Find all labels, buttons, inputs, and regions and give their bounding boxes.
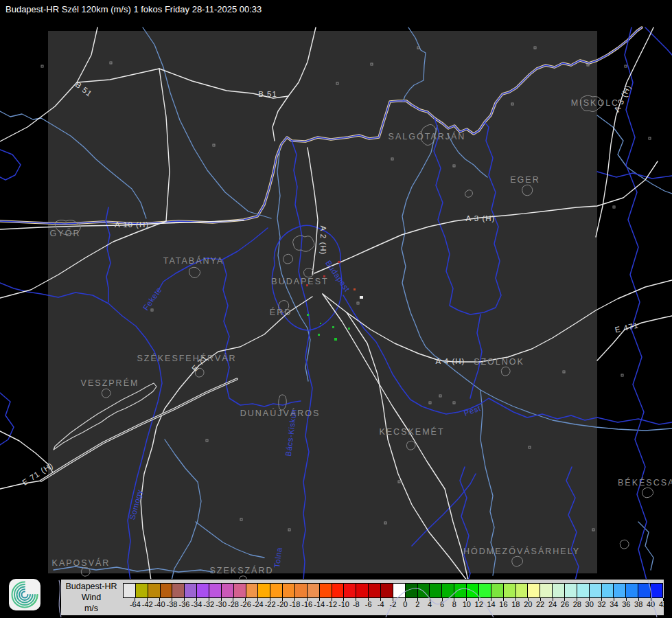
legend-tick-label: 10 — [463, 600, 471, 608]
legend-tick-label: 12 — [475, 600, 483, 608]
legend-cell — [417, 583, 430, 598]
legend-tick-label: 32 — [597, 600, 605, 608]
legend-cell — [454, 583, 466, 598]
weather-map-app: GYŐRSALGÓTARJÁNMISKOLCEGERTATABÁNYABUDAP… — [0, 0, 672, 618]
radar-echo-dot — [338, 261, 340, 263]
legend-cell — [380, 583, 393, 598]
legend-tick-label: 6 — [440, 600, 444, 608]
city-label: KAPOSVÁR — [52, 558, 111, 568]
legend-cell — [613, 583, 625, 598]
radar-echo-dot — [348, 328, 350, 330]
legend-tick-label: -64 — [130, 600, 141, 608]
legend-cell — [625, 583, 638, 598]
map-labels-layer: GYŐRSALGÓTARJÁNMISKOLCEGERTATABÁNYABUDAP… — [0, 0, 672, 618]
legend-cell — [491, 583, 503, 598]
legend-cell — [441, 583, 454, 598]
legend-tick-label: -40 — [154, 600, 165, 608]
city-label: VESZPRÉM — [81, 378, 139, 388]
legend-cell — [172, 583, 184, 598]
legend-tick-label: -14 — [314, 600, 325, 608]
legend-tick-label: -8 — [353, 600, 360, 608]
legend-cell — [123, 583, 135, 598]
legend-cell — [577, 583, 589, 598]
legend-cell — [257, 583, 270, 598]
legend-cell — [294, 583, 307, 598]
legend-tick-label: -12 — [326, 600, 337, 608]
radar-echo-dot — [334, 338, 337, 341]
legend-tick-label: -4 — [378, 600, 384, 608]
city-label: SZOLNOK — [474, 357, 524, 367]
legend-tick-label: -6 — [365, 600, 372, 608]
legend-cell — [650, 583, 662, 598]
legend-tick-label: 18 — [511, 600, 520, 608]
region-label: Tolna — [273, 547, 283, 568]
legend-cell — [503, 583, 515, 598]
legend-cell — [196, 583, 209, 598]
legend-tick-label: -10 — [338, 600, 349, 608]
legend-tick-label: -24 — [253, 600, 264, 608]
legend-cell — [638, 583, 650, 598]
region-label: Somogy — [128, 489, 143, 521]
legend-tick-label: 20 — [524, 600, 532, 608]
legend-cell — [429, 583, 441, 598]
city-label: TATABÁNYA — [163, 256, 224, 266]
app-logo-icon — [9, 579, 40, 610]
radar-echo-dot — [354, 288, 356, 290]
legend-cell — [368, 583, 380, 598]
legend-cell — [270, 583, 282, 598]
road-label: A 4 (H) — [436, 357, 465, 365]
radar-echo-dot — [360, 296, 363, 299]
legend-tick-label: 16 — [499, 600, 507, 608]
road-label: A 3 (H) — [613, 83, 633, 113]
legend-tick-label: -20 — [277, 600, 288, 608]
legend-tick-label: 42 — [659, 600, 667, 608]
legend-cell — [282, 583, 294, 598]
road-label: B 51 — [73, 80, 93, 98]
road-label: A 2 (H) — [319, 226, 327, 255]
legend-tick-label: -18 — [289, 600, 300, 608]
legend-tick-label: -30 — [216, 600, 227, 608]
road-label: A 10 (H) — [115, 220, 149, 229]
radar-echo-dot — [320, 323, 321, 324]
legend-tick-label: 22 — [536, 600, 544, 608]
legend-cell — [148, 583, 160, 598]
legend-tick-label: 34 — [610, 600, 618, 608]
region-label: Pest — [463, 404, 482, 417]
legend-tick-label: -22 — [265, 600, 276, 608]
city-label: SZÉKESFEHÉRVÁR — [137, 354, 236, 363]
legend-tick-label: 38 — [634, 600, 642, 608]
city-label: EGER — [510, 175, 540, 185]
legend-cell — [332, 583, 344, 598]
legend-tick-label: -38 — [167, 600, 178, 608]
city-label: ÉRD — [270, 308, 292, 317]
legend-tick-label: 14 — [487, 600, 495, 608]
legend-cell — [184, 583, 196, 598]
legend-tick-label: -2 — [390, 600, 397, 608]
radar-echo-dot — [332, 326, 334, 328]
legend-tick-label: 2 — [415, 600, 419, 608]
legend-unit: m/s — [61, 603, 121, 614]
legend-cell — [233, 583, 246, 598]
legend-caption: Budapest-HR Wind m/s — [61, 581, 121, 614]
map-title: Budapest-HR Szél 120km (m/s) 1 fokos Fri… — [5, 4, 262, 14]
radar-echo-dot — [307, 314, 309, 316]
legend-tick-label: 0 — [403, 600, 407, 608]
legend-cell — [356, 583, 368, 598]
city-label: SZEKSZÁRD — [209, 566, 273, 575]
legend-cell — [515, 583, 528, 598]
city-label: HÓDMEZŐVÁSÁRHELY — [463, 547, 580, 556]
road-label: A 3 (H) — [466, 214, 496, 222]
legend-cell — [601, 583, 614, 598]
legend-tick-label: 40 — [647, 600, 655, 608]
legend-tick-label: -42 — [142, 600, 153, 608]
legend-cell — [405, 583, 417, 598]
legend-cell — [564, 583, 577, 598]
city-label: KECSKEMÉT — [379, 427, 444, 437]
legend-cell — [221, 583, 233, 598]
legend-tick-label: 8 — [452, 600, 456, 608]
radar-echo-dot — [318, 334, 320, 336]
radar-echo-dot — [306, 284, 308, 286]
legend-cell — [343, 583, 356, 598]
road-label: E 471 — [614, 321, 640, 334]
road-label: B 51 — [258, 90, 277, 98]
